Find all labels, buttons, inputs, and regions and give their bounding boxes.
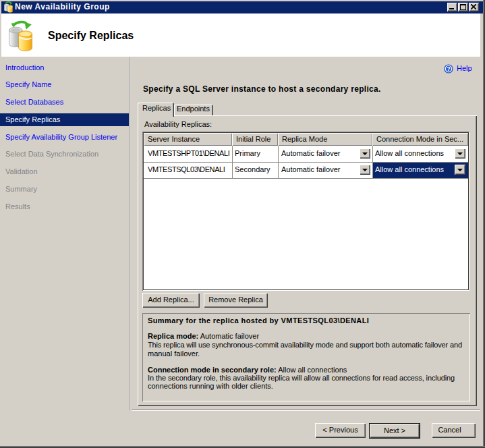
svg-text:?: ? [447, 65, 451, 72]
